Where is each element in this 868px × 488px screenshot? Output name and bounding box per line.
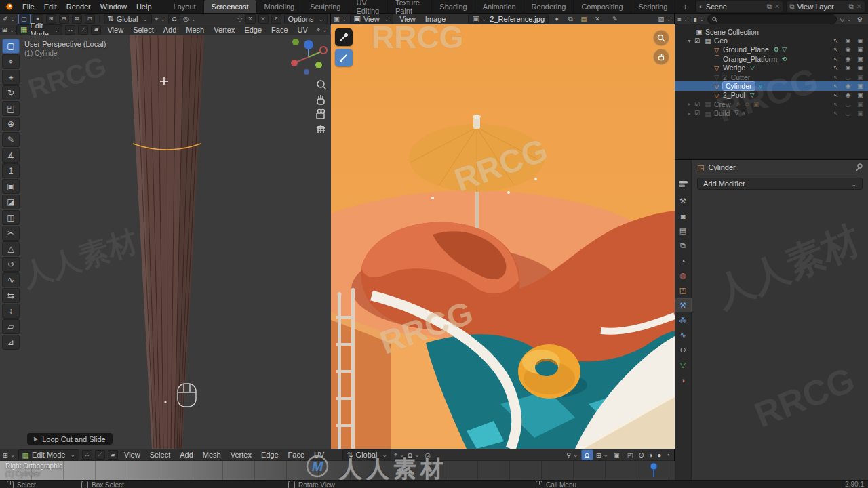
unlink-image-icon[interactable]: ✕ xyxy=(592,14,603,24)
image-datablock[interactable]: ▣ 2_Reference.jpg xyxy=(468,14,549,24)
object-name[interactable]: Wedge xyxy=(723,64,745,72)
outliner-row[interactable]: ▽ Cylinder ▿ ↖ ◉ ▣ xyxy=(675,81,868,90)
properties-tab[interactable]: ◳ xyxy=(675,284,691,297)
filter-objects-icon[interactable]: ◨ xyxy=(691,14,705,24)
snap-magnet-icon[interactable]: Ω xyxy=(581,449,593,460)
tool-button[interactable]: ▱ xyxy=(2,319,20,334)
viewport-menu[interactable]: Edge xyxy=(241,26,265,34)
selectable-toggle[interactable]: ↖ xyxy=(831,74,841,81)
mesh-select-mode-button[interactable]: ▰ xyxy=(91,25,101,35)
object-name[interactable]: Geo xyxy=(714,37,728,45)
snap-toggle-icon[interactable]: Ω xyxy=(408,450,420,460)
object-name[interactable]: Build xyxy=(714,109,730,117)
workspace-tab[interactable]: Rendering xyxy=(524,0,574,13)
viewport-menu[interactable]: Select xyxy=(130,26,157,34)
tool-button[interactable]: ▣ xyxy=(2,179,20,194)
new-view-layer-icon[interactable]: ⧉ xyxy=(848,3,853,11)
tool-button[interactable]: ◪ xyxy=(2,195,20,209)
select-mode-option[interactable]: ⊟ xyxy=(59,14,69,24)
zoom-icon[interactable] xyxy=(317,81,326,89)
viewport-left[interactable]: ✐ ▢ ■⊞⊟⊠⊡ ⇅ Global ⌖ Ω ◎ ⁛ XYZ Options ⊞… xyxy=(0,14,331,449)
outliner-row[interactable]: ▾ ☑ ▤ Geo ↖ ◉ ▣ xyxy=(675,36,868,45)
tool-button[interactable]: ⌖ xyxy=(2,54,20,69)
sample-tool-button[interactable] xyxy=(335,28,353,46)
new-scene-icon[interactable]: ⧉ xyxy=(767,3,772,11)
outliner-row[interactable]: ▽ 2_Cutter ↖ ◡ ▣ xyxy=(675,73,868,81)
editor-type-icon[interactable]: ⊞ xyxy=(3,25,14,35)
viewport-bottom-canvas[interactable]: Right Orthographic (1) Cylinder xyxy=(0,461,675,481)
outliner-row[interactable]: ▽ 2_Pool ▽ ↖ ◉ ▣ xyxy=(675,91,868,100)
workspace-tab[interactable]: Compositing xyxy=(574,0,631,13)
pivot-point-icon[interactable]: ⌖ xyxy=(394,450,405,460)
view-layer-selector[interactable]: ⧉ View Layer ⧉ ✕ xyxy=(786,1,865,12)
render-slot-icon[interactable]: ▨ xyxy=(658,14,671,24)
object-name[interactable]: Orange_Platform xyxy=(723,55,777,63)
mirror-axis-button[interactable]: Z xyxy=(271,14,281,24)
workspace-tab[interactable]: + xyxy=(675,0,695,13)
properties-tab[interactable]: ⚒ xyxy=(675,299,691,312)
selectable-toggle[interactable]: ↖ xyxy=(831,64,841,71)
hide-render-toggle[interactable]: ▣ xyxy=(855,101,865,108)
tool-button[interactable]: ↥ xyxy=(2,163,20,178)
outliner-row[interactable]: ▣ Scene Collection xyxy=(675,27,868,36)
properties-tab[interactable]: ▤ xyxy=(675,224,691,237)
viewport-menu[interactable]: Vertex xyxy=(227,451,255,459)
mesh-select-mode-button[interactable]: ⟋ xyxy=(95,450,105,460)
mesh-select-mode-button[interactable]: ▰ xyxy=(108,450,118,460)
mode-select[interactable]: ▦ Edit Mode xyxy=(18,449,79,460)
workspace-tab[interactable]: Animation xyxy=(475,0,524,13)
viewport-canvas[interactable]: User Perspective (Local) (1) Cylinder ▢⌖… xyxy=(0,35,331,449)
hide-render-toggle[interactable]: ▣ xyxy=(855,56,865,62)
pan-hand-icon[interactable] xyxy=(653,49,669,65)
viewport-menu[interactable]: Mesh xyxy=(199,451,224,459)
selectable-toggle[interactable]: ↖ xyxy=(831,83,841,89)
outliner-row[interactable]: ⌒ Orange_Platform ⟲ ↖ ◉ ▣ xyxy=(675,54,868,63)
editor-type-icon[interactable]: ⊞ xyxy=(3,450,16,460)
viewport-menu[interactable]: Add xyxy=(176,451,197,459)
gizmo-toggle-icon[interactable]: ▣ xyxy=(611,450,622,460)
workspace-tab[interactable]: Sculpting xyxy=(302,0,349,13)
display-mode-icon[interactable]: ≡ xyxy=(677,14,688,24)
workspace-tab[interactable]: Screencast xyxy=(204,0,257,13)
pin-icon[interactable] xyxy=(856,163,863,171)
topbar-menu[interactable]: Help xyxy=(132,3,157,11)
object-name[interactable]: 2_Cutter xyxy=(723,73,750,81)
selectable-toggle[interactable]: ↖ xyxy=(831,37,841,44)
properties-tab[interactable]: ◔ xyxy=(675,254,691,267)
hide-viewport-toggle[interactable]: ◉ xyxy=(843,64,853,71)
object-name[interactable]: Cylinder xyxy=(723,82,755,90)
scene-selector[interactable]: ◐ Scene ⧉ ✕ xyxy=(696,1,784,12)
mesh-select-mode-button[interactable]: ∴ xyxy=(65,25,75,35)
viewport-menu[interactable]: Mesh xyxy=(182,26,208,34)
viewport-menu[interactable]: Edge xyxy=(258,451,282,459)
image-editor[interactable]: ▣ ▣ View ViewImage ▣ 2_Reference.jpg ♦ ⧉… xyxy=(331,14,675,449)
outliner-row[interactable]: ▸ ☑ ▤ Crew ♙ ☺ ▣ ↖ ◡ ▣ xyxy=(675,100,868,108)
viewport-menu[interactable]: Select xyxy=(146,451,174,459)
properties-tab[interactable]: ◍ xyxy=(675,269,691,282)
orientation-select[interactable]: ⇅ Global xyxy=(342,449,391,460)
hide-render-toggle[interactable]: ▣ xyxy=(855,46,865,53)
viewport-menu[interactable]: View xyxy=(121,451,144,459)
hide-viewport-toggle[interactable]: ◉ xyxy=(843,92,853,98)
tool-button[interactable]: ↻ xyxy=(2,85,20,100)
viewport-menu[interactable]: Vertex xyxy=(210,26,238,34)
orientation-select[interactable]: ⇅ Global xyxy=(104,14,153,24)
blender-logo-icon[interactable] xyxy=(0,3,18,11)
object-name[interactable]: Ground_Plane xyxy=(723,45,769,54)
browse-image-icon[interactable]: ▣ xyxy=(472,14,486,23)
editor-type-icon[interactable]: ▣ xyxy=(334,14,347,24)
snap-magnet-icon[interactable]: Ω xyxy=(168,14,180,24)
unlink-scene-icon[interactable]: ✕ xyxy=(774,3,780,10)
selectable-toggle[interactable]: ↖ xyxy=(831,46,841,53)
properties-tab[interactable]: ▽ xyxy=(675,359,691,371)
properties-tab[interactable]: ∿ xyxy=(675,329,691,342)
workspace-tab[interactable]: UV Editing xyxy=(349,0,388,13)
visibility-icon[interactable]: ⚲ xyxy=(566,450,578,460)
tool-button[interactable]: △ xyxy=(2,241,20,256)
add-modifier-button[interactable]: Add Modifier xyxy=(697,178,863,190)
properties-tab[interactable]: ⁂ xyxy=(675,314,691,327)
viewport-bottom[interactable]: ⊞ ▦ Edit Mode ∴⟋▰ ViewSelectAddMeshVerte… xyxy=(0,449,675,480)
select-mode-option[interactable]: ⊡ xyxy=(85,14,95,24)
properties-editor[interactable]: ⚒◙▤⧉◔◍◳⚒⁂∿⊙▽◑ ◳ Cylinder Add Modifier 人人… xyxy=(675,160,868,480)
tool-button[interactable]: ↕ xyxy=(2,304,20,319)
